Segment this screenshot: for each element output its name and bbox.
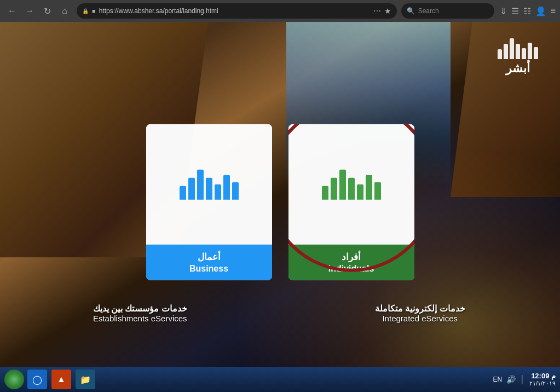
search-placeholder: Search	[418, 7, 439, 15]
start-button-inner	[9, 374, 20, 385]
b7	[232, 182, 239, 199]
bar1	[498, 49, 502, 59]
taskbar: ◯ ▲ 📁 EN 🔊 │ 12:09 م ٢١/١/٢٠١٩	[0, 367, 560, 392]
individuals-subtitle-english: Integrated eServices	[280, 314, 561, 323]
i3	[339, 169, 346, 199]
business-card[interactable]: أعمال Business	[146, 124, 272, 280]
download-icon[interactable]: ⇓	[500, 6, 507, 16]
address-bar[interactable]: 🔒 ■ https://www.absher.sa/portal/landing…	[77, 3, 397, 19]
bar2	[504, 44, 508, 59]
logo-text-top: أبشر	[498, 61, 538, 76]
i7	[374, 182, 381, 199]
clock-date: ٢١/١/٢٠١٩	[529, 380, 556, 387]
bottom-subtitles: خدمات مؤسستك بين يديك Establishments eSe…	[0, 303, 560, 323]
b5	[215, 184, 221, 199]
taskbar-right: EN 🔊 │ 12:09 م ٢١/١/٢٠١٩	[493, 372, 556, 387]
logo-bars-top	[498, 38, 538, 59]
refresh-button[interactable]: ↻	[39, 3, 55, 19]
clock-time: 12:09 م	[529, 372, 556, 380]
taskbar-chrome-app[interactable]: ◯	[27, 370, 47, 389]
business-arabic: أعمال	[152, 251, 267, 263]
url-text: https://www.absher.sa/portal/landing.htm…	[99, 7, 370, 15]
cards-container: أعمال Business أفراد Individua	[146, 124, 414, 280]
taskbar-explorer-app[interactable]: 📁	[76, 370, 95, 389]
library-icon[interactable]: ☰	[511, 6, 519, 16]
b1	[180, 186, 186, 199]
absher-logo-top: أبشر	[498, 38, 538, 76]
toolbar-icons: ⇓ ☰ ☷ 👤 ≡	[500, 6, 556, 16]
business-subtitle-arabic: خدمات مؤسستك بين يديك	[0, 303, 280, 314]
main-content: أبشر أعمال Business	[0, 22, 560, 367]
individuals-absher-icon	[316, 164, 386, 205]
b4	[206, 177, 212, 199]
home-button[interactable]: ⌂	[57, 3, 72, 19]
bar5	[522, 48, 526, 59]
firefox-icon: ▲	[57, 374, 66, 384]
bookmark-star-icon[interactable]: ★	[384, 7, 391, 15]
business-card-label: أعمال Business	[146, 245, 272, 280]
menu-icon[interactable]: ≡	[551, 6, 556, 16]
forward-button[interactable]: →	[22, 3, 37, 19]
individuals-subtitle: خدمات إلكترونية متكاملة Integrated eServ…	[280, 303, 561, 323]
lock-icon: 🔒	[82, 8, 89, 14]
b6	[223, 175, 230, 199]
i6	[366, 175, 372, 199]
individuals-subtitle-arabic: خدمات إلكترونية متكاملة	[280, 303, 561, 314]
individuals-english: Individuals	[294, 264, 409, 274]
b3	[197, 169, 204, 199]
bar3	[510, 38, 514, 59]
search-icon: 🔍	[407, 7, 415, 15]
search-bar[interactable]: 🔍 Search	[401, 3, 494, 19]
i1	[322, 186, 328, 199]
bar7	[534, 47, 538, 59]
more-icon[interactable]: ⋯	[373, 7, 381, 15]
individuals-arabic: أفراد	[294, 251, 409, 263]
i2	[331, 177, 337, 199]
business-absher-icon	[174, 164, 244, 205]
taskbar-firefox-app[interactable]: ▲	[51, 370, 71, 389]
business-subtitle: خدمات مؤسستك بين يديك Establishments eSe…	[0, 303, 280, 323]
chrome-icon: ◯	[32, 374, 42, 385]
business-subtitle-english: Establishments eServices	[0, 314, 280, 323]
taskbar-lang: EN	[493, 376, 502, 383]
shield-icon: ■	[92, 8, 96, 14]
b2	[188, 177, 195, 199]
start-button[interactable]	[4, 370, 24, 389]
explorer-icon: 📁	[80, 374, 91, 385]
browser-chrome: ← → ↻ ⌂ 🔒 ■ https://www.absher.sa/portal…	[0, 0, 560, 22]
business-card-inner	[146, 124, 272, 245]
individuals-card-inner	[288, 124, 414, 245]
i5	[357, 184, 363, 199]
business-english: Business	[152, 264, 267, 274]
speaker-icon[interactable]: 🔊	[506, 375, 516, 384]
bar6	[528, 43, 532, 59]
back-button[interactable]: ←	[4, 3, 20, 19]
profile-icon[interactable]: 👤	[535, 6, 546, 16]
bar4	[516, 44, 520, 59]
taskbar-time: 12:09 م ٢١/١/٢٠١٩	[529, 372, 556, 387]
reading-view-icon[interactable]: ☷	[523, 6, 531, 16]
network-icon[interactable]: │	[520, 375, 525, 384]
individuals-card-label: أفراد Individuals	[288, 245, 414, 280]
i4	[348, 177, 355, 199]
individuals-card[interactable]: أفراد Individuals	[288, 124, 414, 280]
